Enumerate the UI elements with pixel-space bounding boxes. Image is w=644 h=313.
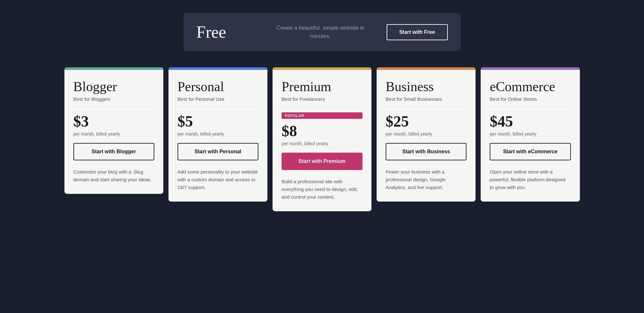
plan-name-ecommerce: eCommerce [490, 79, 571, 94]
plan-description-ecommerce: Open your online store with a powerful, … [490, 168, 571, 191]
plan-card-personal: PersonalBest for Personal Use$5per month… [168, 67, 267, 202]
plan-price-ecommerce: $45 [490, 112, 571, 130]
plan-billing-premium: per month, billed yearly [282, 141, 362, 146]
plan-tagline-business: Best for Small Businesses [386, 96, 466, 102]
plan-tagline-premium: Best for Freelancers [282, 96, 362, 102]
plan-divider-premium [282, 107, 362, 107]
plan-card-premium: PremiumBest for FreelancersPOPULAR$8per … [273, 67, 371, 211]
plan-top-bar-premium [273, 67, 371, 70]
plan-price-business: $25 [386, 112, 466, 130]
free-plan-description: Create a beautiful, simple website in mi… [267, 24, 374, 40]
plan-name-premium: Premium [282, 79, 362, 94]
plan-description-blogger: Customize your blog with a .blog domain … [73, 168, 154, 184]
free-banner: Free Create a beautiful, simple website … [184, 13, 461, 51]
plan-top-bar-blogger [64, 67, 163, 70]
plan-description-premium: Build a professional site with everythin… [282, 178, 362, 201]
plan-billing-ecommerce: per month, billed yearly [490, 131, 571, 137]
plans-grid: BloggerBest for Bloggers$3per month, bil… [64, 67, 580, 211]
start-personal-button[interactable]: Start with Personal [178, 143, 258, 160]
plan-billing-blogger: per month, billed yearly [73, 131, 154, 137]
free-plan-title: Free [197, 23, 255, 42]
popular-badge-premium: POPULAR [282, 112, 362, 119]
plan-divider-personal [178, 107, 258, 107]
plan-name-personal: Personal [178, 79, 258, 94]
plan-top-bar-business [377, 67, 476, 70]
plan-card-ecommerce: eCommerceBest for Online Stores$45per mo… [481, 67, 580, 202]
plan-card-business: BusinessBest for Small Businesses$25per … [377, 67, 476, 202]
plan-card-blogger: BloggerBest for Bloggers$3per month, bil… [64, 67, 163, 194]
plan-divider-ecommerce [490, 107, 571, 107]
start-premium-button[interactable]: Start with Premium [282, 153, 362, 170]
plan-divider-blogger [73, 107, 154, 107]
plan-name-blogger: Blogger [73, 79, 154, 94]
start-free-button[interactable]: Start with Free [387, 24, 448, 40]
start-blogger-button[interactable]: Start with Blogger [73, 143, 154, 160]
plan-tagline-personal: Best for Personal Use [178, 96, 258, 102]
plan-price-personal: $5 [178, 112, 258, 130]
plan-description-personal: Add some personality to your website wit… [178, 168, 258, 191]
plan-divider-business [386, 107, 466, 107]
start-business-button[interactable]: Start with Business [386, 143, 466, 160]
plan-top-bar-ecommerce [481, 67, 580, 70]
plan-price-blogger: $3 [73, 112, 154, 130]
start-ecommerce-button[interactable]: Start with eCommerce [490, 143, 571, 160]
plan-tagline-blogger: Best for Bloggers [73, 96, 154, 102]
plan-tagline-ecommerce: Best for Online Stores [490, 96, 571, 102]
plan-name-business: Business [386, 79, 466, 94]
plan-description-business: Power your business with a professional … [386, 168, 466, 191]
plan-price-premium: $8 [282, 122, 362, 140]
plan-top-bar-personal [168, 67, 267, 70]
plan-billing-personal: per month, billed yearly [178, 131, 258, 137]
plan-billing-business: per month, billed yearly [386, 131, 466, 137]
